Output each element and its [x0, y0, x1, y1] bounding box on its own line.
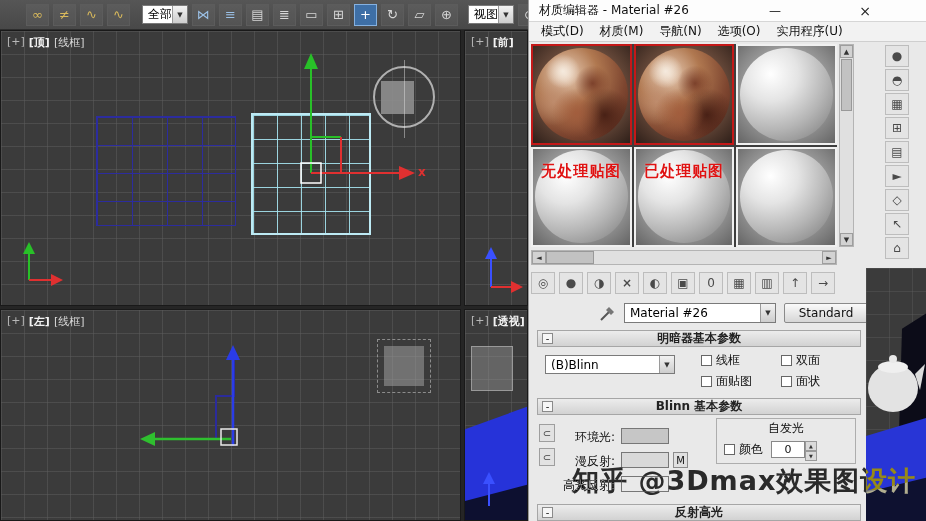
viewport-menu-overflow[interactable]: [+]	[7, 314, 25, 329]
window-crossing-icon[interactable]: ⊞	[327, 4, 350, 26]
chevron-down-icon[interactable]: ▼	[760, 304, 775, 322]
select-and-place-icon[interactable]: ⊕	[435, 4, 458, 26]
sample-slot[interactable]	[736, 44, 837, 145]
select-by-material-icon[interactable]: ↖	[885, 213, 909, 235]
select-and-scale-icon[interactable]: ▱	[408, 4, 431, 26]
scrollbar-track[interactable]	[594, 251, 822, 264]
get-material-icon[interactable]: ◎	[531, 272, 555, 294]
assign-material-to-selection-icon[interactable]: ◑	[587, 272, 611, 294]
spinner-down-icon[interactable]: ▼	[805, 451, 817, 461]
scrollbar-thumb[interactable]	[841, 59, 852, 111]
collapse-icon[interactable]: -	[542, 401, 553, 412]
sample-uv-tiling-icon[interactable]: ⊞	[885, 117, 909, 139]
rollout-shader-basic[interactable]: - 明暗器基本参数	[537, 330, 861, 347]
select-and-move-icon[interactable]: +	[354, 4, 377, 26]
scroll-up-icon[interactable]: ▲	[840, 45, 853, 58]
self-illumination-value[interactable]: 0	[771, 441, 805, 458]
self-illumination-spinner[interactable]: ▲ ▼	[805, 441, 817, 458]
menu-navigation[interactable]: 导航(N)	[651, 23, 709, 40]
shader-type-dropdown[interactable]: (B)Blinn ▼	[545, 355, 675, 374]
sample-slot[interactable]: 无处理贴图	[531, 147, 632, 248]
chevron-down-icon[interactable]: ▼	[172, 6, 187, 23]
scroll-right-icon[interactable]: ►	[822, 251, 836, 264]
viewport-name-label[interactable]: [透视]	[493, 314, 525, 329]
rollout-blinn-basic[interactable]: - Blinn 基本参数	[537, 398, 861, 415]
minimize-button[interactable]: —	[761, 0, 789, 21]
material-map-navigator-icon[interactable]: ⌂	[885, 237, 909, 259]
scroll-down-icon[interactable]: ▼	[840, 233, 853, 246]
viewport-menu-overflow[interactable]: [+]	[471, 314, 489, 329]
sample-slot[interactable]	[736, 147, 837, 248]
lock-ambient-diffuse-icon[interactable]: ⊂	[539, 424, 555, 442]
faceted-checkbox[interactable]	[781, 376, 792, 387]
selection-filter-dropdown[interactable]: 全部 ▼	[142, 5, 188, 24]
put-material-to-scene-icon[interactable]: ●	[559, 272, 583, 294]
viewport-menu-overflow[interactable]: [+]	[471, 35, 489, 50]
chevron-down-icon[interactable]: ▼	[498, 6, 513, 23]
viewport-top[interactable]: [+] [顶] [线框] x	[0, 30, 461, 306]
go-to-parent-icon[interactable]: ↑	[783, 272, 807, 294]
put-to-library-icon[interactable]: ▣	[671, 272, 695, 294]
face-map-checkbox[interactable]	[701, 376, 712, 387]
viewport-name-label[interactable]: [左]	[29, 314, 50, 329]
rotate-gizmo[interactable]	[373, 66, 435, 128]
backlight-icon[interactable]: ◓	[885, 69, 909, 91]
sample-slot[interactable]: 已处理贴图	[634, 147, 735, 248]
ambient-color-swatch[interactable]	[621, 428, 669, 444]
menu-utilities[interactable]: 实用程序(U)	[768, 23, 850, 40]
wireframe-checkbox[interactable]	[701, 355, 712, 366]
viewport-menu-overflow[interactable]: [+]	[7, 35, 25, 50]
scroll-left-icon[interactable]: ◄	[532, 251, 546, 264]
select-and-rotate-icon[interactable]: ↻	[381, 4, 404, 26]
menu-material[interactable]: 材质(M)	[592, 23, 652, 40]
collapse-icon[interactable]: -	[542, 333, 553, 344]
options-icon[interactable]: ◇	[885, 189, 909, 211]
material-type-button[interactable]: Standard	[784, 303, 868, 323]
sample-slot[interactable]	[531, 44, 632, 145]
reset-map-icon[interactable]: ×	[615, 272, 639, 294]
color-checkbox[interactable]	[724, 444, 735, 455]
viewport-name-label[interactable]: [前]	[493, 35, 514, 50]
select-by-name-icon[interactable]: ≣	[273, 4, 296, 26]
reference-coordinate-dropdown[interactable]: 视图 ▼	[468, 5, 514, 24]
scrollbar-thumb[interactable]	[546, 251, 594, 264]
sample-slot[interactable]	[634, 44, 735, 145]
viewport-perspective[interactable]: [+] [透视]	[464, 309, 528, 521]
sample-type-icon[interactable]: ●	[885, 45, 909, 67]
viewport-left[interactable]: [+] [左] [线框]	[0, 309, 461, 521]
chevron-down-icon[interactable]: ▼	[659, 356, 674, 373]
viewport-shading-label[interactable]: [线框]	[54, 35, 85, 50]
menu-options[interactable]: 选项(O)	[710, 23, 769, 40]
show-end-result-icon[interactable]: ▥	[755, 272, 779, 294]
select-and-link-icon[interactable]: ∞	[26, 4, 49, 26]
menu-mode[interactable]: 模式(D)	[533, 23, 592, 40]
spinner-up-icon[interactable]: ▲	[805, 441, 817, 451]
viewport-name-label[interactable]: [顶]	[29, 35, 50, 50]
mirror-icon[interactable]: ⋈	[192, 4, 215, 26]
viewport-shading-label[interactable]: [线框]	[54, 314, 85, 329]
material-name-dropdown[interactable]: Material #26 ▼	[624, 303, 776, 323]
move-gizmo[interactable]	[229, 39, 419, 219]
lock-diffuse-specular-icon[interactable]: ⊂	[539, 448, 555, 466]
move-gizmo[interactable]	[126, 340, 246, 455]
material-id-channel-icon[interactable]: 0	[699, 272, 723, 294]
slot-horizontal-scrollbar[interactable]: ◄ ►	[531, 250, 837, 265]
curve-constraint-icon[interactable]: ∿	[107, 4, 130, 26]
slot-vertical-scrollbar[interactable]: ▲ ▼	[839, 44, 854, 247]
viewport-front[interactable]: [+] [前]	[464, 30, 528, 306]
go-forward-sibling-icon[interactable]: →	[811, 272, 835, 294]
wireframe-grid-object[interactable]	[96, 116, 236, 226]
video-color-check-icon[interactable]: ▤	[885, 141, 909, 163]
layer-manager-icon[interactable]: ▤	[246, 4, 269, 26]
make-preview-icon[interactable]: ►	[885, 165, 909, 187]
two-sided-checkbox[interactable]	[781, 355, 792, 366]
show-map-in-viewport-icon[interactable]: ▦	[727, 272, 751, 294]
collapse-icon[interactable]: -	[542, 507, 553, 518]
close-button[interactable]: ×	[851, 0, 879, 21]
bind-to-space-warp-icon[interactable]: ∿	[80, 4, 103, 26]
background-icon[interactable]: ▦	[885, 93, 909, 115]
make-material-copy-icon[interactable]: ◐	[643, 272, 667, 294]
align-icon[interactable]: ≡	[219, 4, 242, 26]
pick-material-eyedropper-icon[interactable]	[597, 302, 619, 324]
unlink-selection-icon[interactable]: ≠	[53, 4, 76, 26]
